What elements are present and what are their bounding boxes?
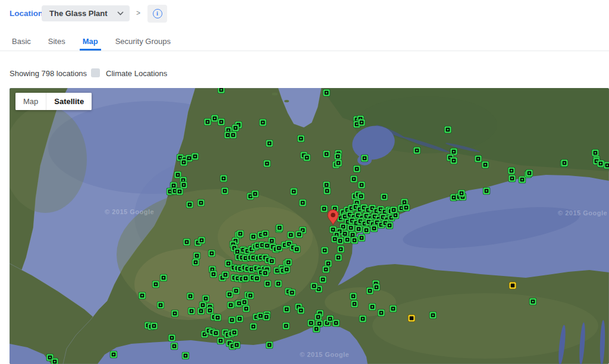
location-marker-green[interactable] (350, 293, 357, 300)
location-marker-green[interactable] (482, 161, 489, 168)
location-marker-green[interactable] (218, 88, 225, 93)
location-marker-green[interactable] (186, 201, 193, 208)
location-marker-green[interactable] (296, 231, 303, 238)
location-marker-green[interactable] (561, 159, 568, 167)
location-marker-green[interactable] (332, 319, 340, 327)
location-marker-green[interactable] (193, 252, 200, 259)
location-marker-green[interactable] (351, 237, 358, 244)
location-marker-green[interactable] (323, 89, 330, 96)
location-marker-green[interactable] (220, 175, 227, 182)
location-marker-green[interactable] (450, 157, 457, 164)
location-marker-green[interactable] (150, 322, 158, 330)
location-marker-green[interactable] (152, 281, 159, 288)
location-marker-green[interactable] (210, 271, 217, 278)
location-marker-green[interactable] (529, 298, 536, 305)
location-marker-green[interactable] (358, 234, 365, 241)
location-marker-green[interactable] (236, 315, 243, 322)
location-marker-green[interactable] (204, 118, 211, 125)
location-marker-green[interactable] (361, 155, 368, 162)
location-marker-green[interactable] (390, 305, 397, 312)
location-marker-green[interactable] (335, 254, 342, 261)
location-marker-green[interactable] (225, 260, 232, 267)
location-marker-green[interactable] (187, 293, 194, 300)
location-marker-green[interactable] (369, 303, 376, 310)
location-marker-green[interactable] (358, 119, 365, 126)
location-marker-green[interactable] (288, 289, 296, 296)
climate-locations-checkbox[interactable] (91, 68, 100, 77)
location-marker-green[interactable] (51, 358, 58, 364)
location-marker-green[interactable] (276, 224, 283, 231)
tab-map[interactable]: Map (80, 33, 101, 51)
location-marker-green[interactable] (266, 140, 273, 147)
location-marker-green[interactable] (315, 313, 322, 321)
location-marker-green[interactable] (371, 225, 378, 232)
location-marker-green[interactable] (297, 135, 304, 142)
location-marker-green[interactable] (262, 230, 269, 237)
location-marker-green[interactable] (363, 227, 370, 234)
location-marker-green[interactable] (323, 150, 330, 158)
location-marker-green[interactable] (458, 190, 465, 197)
location-marker-green[interactable] (335, 159, 342, 167)
location-marker-green[interactable] (366, 287, 373, 294)
location-marker-green[interactable] (198, 237, 205, 244)
location-marker-green[interactable] (381, 193, 388, 200)
location-marker-green[interactable] (262, 269, 269, 277)
location-marker-green[interactable] (299, 199, 306, 206)
location-marker-green[interactable] (252, 190, 259, 197)
tab-sites[interactable]: Sites (45, 33, 68, 51)
location-marker-green[interactable] (508, 167, 515, 174)
location-marker-green[interactable] (359, 315, 366, 322)
location-marker-green[interactable] (263, 160, 271, 167)
location-marker-green[interactable] (176, 188, 183, 195)
location-marker-green[interactable] (350, 175, 357, 183)
location-marker-green[interactable] (355, 225, 362, 233)
location-marker-green[interactable] (222, 271, 229, 278)
location-marker-green[interactable] (237, 230, 244, 237)
location-marker-green[interactable] (337, 246, 344, 253)
location-marker-green[interactable] (250, 233, 257, 240)
location-marker-green[interactable] (413, 147, 420, 154)
location-marker-green[interactable] (264, 280, 271, 287)
location-marker-green[interactable] (378, 309, 385, 316)
location-marker-green[interactable] (226, 291, 233, 298)
location-marker-green[interactable] (282, 322, 290, 330)
location-marker-green[interactable] (293, 246, 300, 253)
location-marker-green[interactable] (357, 193, 365, 200)
location-marker-green[interactable] (287, 231, 294, 239)
location-marker-green[interactable] (228, 316, 236, 324)
location-marker-green[interactable] (386, 222, 393, 229)
location-marker-green[interactable] (313, 325, 320, 332)
location-marker-green[interactable] (403, 204, 410, 211)
location-marker-green[interactable] (202, 295, 209, 302)
location-marker-green[interactable] (334, 153, 341, 160)
location-marker-green[interactable] (233, 341, 240, 349)
location-marker-green[interactable] (110, 351, 117, 358)
location-marker-green[interactable] (337, 237, 344, 244)
location-marker-green[interactable] (483, 187, 490, 194)
location-marker-green[interactable] (508, 175, 516, 182)
location-marker-green[interactable] (214, 314, 221, 321)
map-view-button[interactable]: Map (15, 93, 46, 110)
location-marker-green[interactable] (321, 205, 328, 212)
location-marker-green[interactable] (230, 131, 237, 139)
location-marker-green[interactable] (597, 160, 604, 167)
location-marker-green[interactable] (192, 153, 199, 160)
location-marker-green[interactable] (171, 310, 178, 317)
location-marker-green[interactable] (358, 181, 365, 189)
location-marker-green[interactable] (263, 313, 270, 321)
location-marker-green[interactable] (221, 187, 228, 194)
location-marker-green[interactable] (242, 275, 249, 282)
location-marker-green[interactable] (206, 307, 214, 314)
location-marker-green[interactable] (322, 266, 329, 273)
location-marker-green[interactable] (250, 323, 257, 330)
map-canvas[interactable]: © 2015 Google© 2015 Google© 2015 Google … (10, 88, 609, 364)
location-marker-green[interactable] (526, 170, 533, 177)
location-marker-green[interactable] (351, 300, 358, 307)
location-marker-green[interactable] (157, 302, 164, 309)
tab-basic[interactable]: Basic (9, 33, 34, 51)
location-marker-green[interactable] (199, 302, 206, 309)
info-button[interactable]: i (147, 5, 167, 23)
location-marker-green[interactable] (319, 276, 327, 283)
location-marker-yellow[interactable] (509, 282, 516, 289)
location-marker-green[interactable] (390, 206, 397, 214)
